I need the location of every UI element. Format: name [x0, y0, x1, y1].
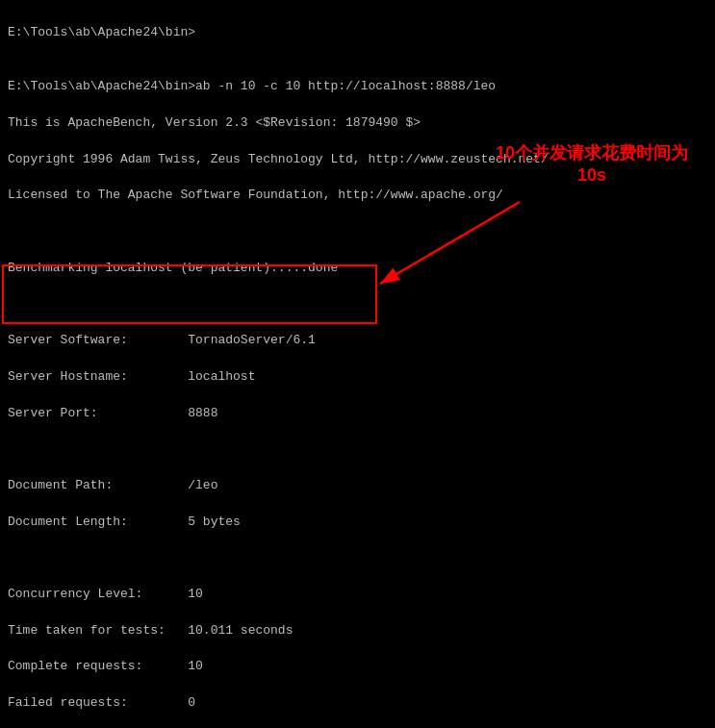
line-license: Licensed to The Apache Software Foundati…: [8, 188, 503, 202]
line-port: Server Port: 8888: [8, 406, 217, 420]
line-timetaken: Time taken for tests: 10.011 seconds: [8, 623, 293, 638]
line-benchmarking: Benchmarking localhost (be patient).....…: [8, 261, 338, 275]
line-version: This is ApacheBench, Version 2.3 <$Revis…: [8, 115, 421, 130]
line-concurrency: Concurrency Level: 10: [8, 587, 203, 601]
line-prompt1: E:\Tools\ab\Apache24\bin>: [8, 25, 195, 39]
line-complete: Complete requests: 10: [8, 659, 203, 673]
line-doclen: Document Length: 5 bytes: [8, 515, 241, 529]
line-command: E:\Tools\ab\Apache24\bin>ab -n 10 -c 10 …: [8, 79, 496, 93]
line-hostname: Server Hostname: localhost: [8, 369, 255, 384]
terminal-window: E:\Tools\ab\Apache24\bin> E:\Tools\ab\Ap…: [0, 0, 715, 728]
line-software: Server Software: TornadoServer/6.1: [8, 333, 316, 347]
line-copyright: Copyright 1996 Adam Twiss, Zeus Technolo…: [8, 152, 549, 166]
line-docpath: Document Path: /leo: [8, 478, 217, 492]
line-failed: Failed requests: 0: [8, 695, 195, 710]
